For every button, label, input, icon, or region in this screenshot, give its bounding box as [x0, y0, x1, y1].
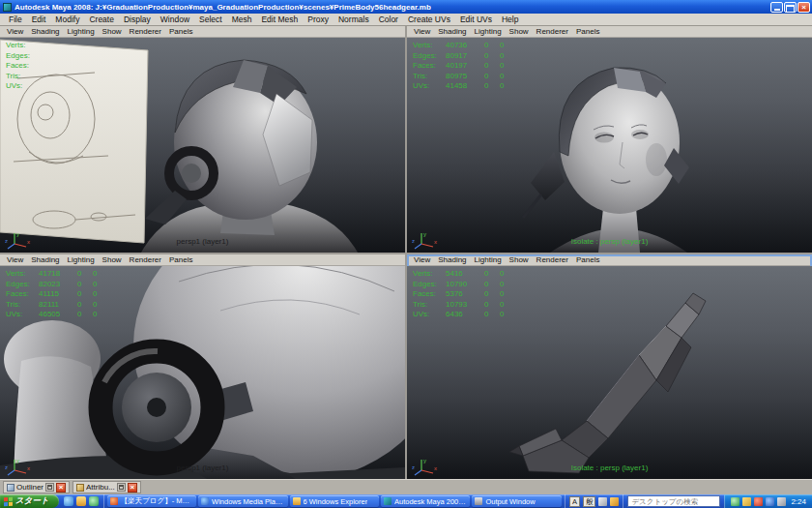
menu-window[interactable]: Window [156, 15, 194, 24]
quick-launch-folder-icon[interactable] [76, 496, 86, 506]
outliner-tab[interactable]: Outliner [3, 481, 70, 493]
hud-value: 0 [500, 41, 515, 51]
hud-row: Edges:1079000 [413, 280, 515, 290]
panel-menu-lighting[interactable]: Lighting [64, 27, 99, 36]
menu-edit[interactable]: Edit [27, 15, 51, 24]
close-panel-icon[interactable] [56, 483, 66, 493]
minimized-panels-bar: Outliner Attribu... [0, 479, 812, 494]
panel-menu-view[interactable]: View [3, 27, 27, 36]
panel-menu-shading[interactable]: Shading [434, 27, 470, 36]
ime-tools-icon[interactable] [598, 497, 607, 506]
taskbar-button-label: 【楽天ブログ】- Mozil... [121, 496, 193, 506]
desktop-search-icon[interactable] [610, 497, 619, 506]
title-left: Autodesk Maya 2008: J:¥GraduationProduct… [3, 3, 431, 12]
viewport-canvas-bottom-left[interactable]: Verts:4171800 Edges:8202300 Faces:411150… [0, 266, 405, 479]
menu-select[interactable]: Select [194, 15, 227, 24]
axis-y-label: y [423, 231, 426, 237]
panel-menu-show[interactable]: Show [99, 255, 126, 264]
hud-label: Faces: [413, 61, 446, 72]
panel-menu-shading[interactable]: Shading [27, 27, 63, 36]
menu-edit-uvs[interactable]: Edit UVs [455, 15, 497, 24]
menu-create-uvs[interactable]: Create UVs [403, 15, 455, 24]
menu-mesh[interactable]: Mesh [227, 15, 257, 24]
viewport-canvas-top-right[interactable]: Verts:4073600 Edges:8091700 Faces:401970… [407, 38, 812, 253]
panel-menu-panels[interactable]: Panels [165, 27, 196, 36]
axis-z-label: z [5, 238, 8, 244]
panel-menu-renderer[interactable]: Renderer [126, 255, 165, 264]
viewport-canvas-bottom-right[interactable]: Verts:541600 Edges:1079000 Faces:537600 … [407, 266, 812, 479]
panel-menu-renderer[interactable]: Renderer [126, 27, 165, 36]
taskbar-button-output-window[interactable]: Output Window [472, 495, 561, 507]
title-bar: Autodesk Maya 2008: J:¥GraduationProduct… [0, 0, 812, 14]
menu-edit-mesh[interactable]: Edit Mesh [256, 15, 303, 24]
desktop-search-box[interactable] [627, 495, 720, 507]
menu-proxy[interactable]: Proxy [303, 15, 334, 24]
taskbar-button-label: 6 Windows Explorer [304, 497, 368, 506]
menu-display[interactable]: Display [119, 15, 156, 24]
language-bar: A 般 [565, 494, 624, 508]
menu-create[interactable]: Create [84, 15, 119, 24]
attribute-editor-tab[interactable]: Attribu... [72, 481, 141, 493]
taskbar-button-maya[interactable]: Autodesk Maya 2008... [381, 495, 470, 507]
desktop-search-input[interactable] [631, 497, 716, 506]
menu-modify[interactable]: Modify [50, 15, 84, 24]
tray-icon[interactable] [766, 497, 774, 506]
menu-color[interactable]: Color [374, 15, 403, 24]
panel-menu-view[interactable]: View [3, 255, 27, 264]
panel-menu-shading[interactable]: Shading [434, 255, 470, 264]
taskbar-button-mozilla[interactable]: 【楽天ブログ】- Mozil... [107, 495, 196, 507]
start-button[interactable]: スタート [0, 494, 59, 508]
panel-menu-shading[interactable]: Shading [27, 255, 63, 264]
menu-help[interactable]: Help [497, 15, 523, 24]
panel-menu-lighting[interactable]: Lighting [471, 27, 506, 36]
tray-icon[interactable] [742, 497, 751, 506]
viewport-canvas-top-left[interactable]: Verts: Edges: Faces: Tris: UVs: persp1 (… [0, 38, 405, 253]
desktop-search-band [623, 494, 724, 508]
hud-label: Tris: [6, 72, 39, 82]
tray-icon[interactable] [731, 497, 740, 506]
panel-menu-renderer[interactable]: Renderer [533, 255, 572, 264]
ime-input-mode[interactable]: A [569, 496, 580, 507]
menu-normals[interactable]: Normals [334, 15, 374, 24]
close-panel-icon[interactable] [128, 483, 137, 493]
attribute-editor-icon [76, 484, 84, 492]
quick-launch-browser-icon[interactable] [64, 496, 73, 506]
panel-menu-show[interactable]: Show [506, 255, 533, 264]
minimize-button[interactable] [770, 2, 783, 13]
hud-value [77, 51, 93, 62]
restore-panel-icon[interactable] [45, 483, 54, 492]
panel-menu-lighting[interactable]: Lighting [471, 255, 506, 264]
hud-label: Verts: [413, 269, 446, 280]
window-controls [770, 2, 810, 13]
ime-conversion-mode[interactable]: 般 [583, 496, 596, 507]
panel-menu-panels[interactable]: Panels [165, 255, 196, 264]
panel-menu-renderer[interactable]: Renderer [533, 27, 572, 36]
quick-launch-media-icon[interactable] [89, 496, 99, 506]
panel-menu-show[interactable]: Show [99, 27, 126, 36]
panel-menu-panels[interactable]: Panels [572, 27, 603, 36]
panel-menu-view[interactable]: View [410, 27, 434, 36]
hud-value [93, 72, 108, 82]
taskbar-button-media-player[interactable]: Windows Media Player [198, 495, 287, 507]
hud-value: 0 [484, 72, 500, 82]
axis-indicator-icon: y x z [412, 456, 441, 477]
hud-value: 0 [93, 310, 108, 320]
panel-menu-view[interactable]: View [410, 255, 434, 264]
maximize-button[interactable] [784, 2, 797, 13]
panel-menu-bar: View Shading Lighting Show Renderer Pane… [407, 254, 812, 266]
taskbar-button-explorer-group[interactable]: 6 Windows Explorer [290, 495, 379, 507]
close-button[interactable] [798, 2, 810, 13]
hud-value: 41115 [39, 289, 77, 300]
menu-file[interactable]: File [4, 15, 27, 24]
panel-menu-lighting[interactable]: Lighting [64, 255, 99, 264]
panel-menu-panels[interactable]: Panels [572, 255, 603, 264]
tray-icon[interactable] [754, 497, 763, 506]
tray-icon[interactable] [777, 497, 786, 506]
hud-value [39, 61, 77, 72]
hud-row: Edges: [6, 51, 108, 62]
hud-value: 41458 [446, 81, 484, 92]
hud-value [93, 81, 108, 92]
panel-menu-show[interactable]: Show [506, 27, 533, 36]
restore-panel-icon[interactable] [117, 483, 126, 492]
quick-launch-bar [59, 494, 104, 508]
